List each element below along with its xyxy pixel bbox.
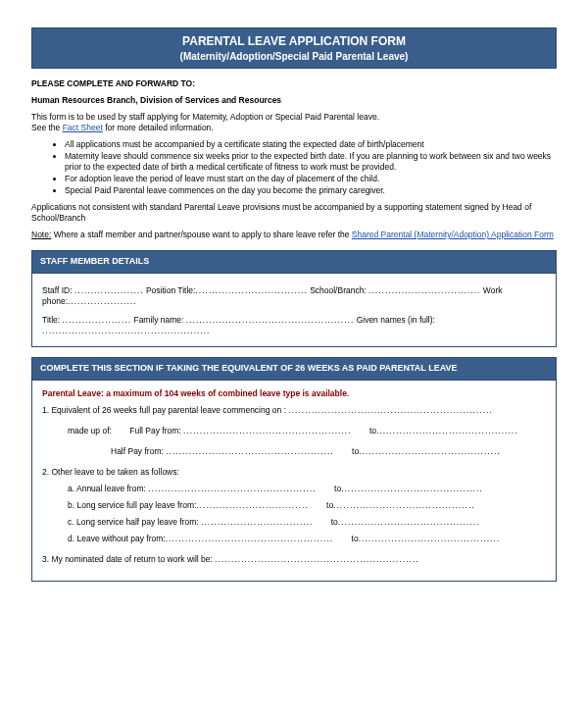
- staff-section-heading: STAFF MEMBER DETAILS: [31, 250, 557, 274]
- form-title: PARENTAL LEAVE APPLICATION FORM: [36, 34, 552, 50]
- leave-section-heading: COMPLETE THIS SECTION IF TAKING THE EQUI…: [31, 357, 557, 381]
- form-banner: PARENTAL LEAVE APPLICATION FORM (Materni…: [31, 27, 557, 69]
- lshalf-from-field[interactable]: ..................................: [201, 517, 313, 527]
- staff-row-2: Title: ..................... Family name…: [42, 315, 546, 336]
- lsfull-label: b. Long service full pay leave from:: [68, 500, 196, 510]
- family-field[interactable]: ........................................…: [186, 315, 354, 325]
- lwop-to-field[interactable]: ........................................…: [359, 534, 501, 543]
- fullpay-label: Full Pay from:: [129, 426, 183, 435]
- lshalf-label: c. Long service half pay leave from:: [68, 517, 201, 527]
- item1-halfpay-row: Half Pay from: .........................…: [42, 446, 546, 457]
- bullet-item: For adoption leave the period of leave m…: [65, 174, 557, 184]
- note-block: Note: Where a staff member and partner/s…: [31, 230, 557, 240]
- sub-b: b. Long service full pay leave from:....…: [68, 500, 546, 511]
- item1-commence-field[interactable]: ........................................…: [288, 405, 492, 415]
- usage-text: This form is to be used by staff applyin…: [31, 112, 557, 133]
- fullpay-to-field[interactable]: ........................................…: [376, 426, 518, 435]
- sub-a: a. Annual leave from: ..................…: [68, 484, 546, 494]
- staff-id-label: Staff ID:: [42, 285, 74, 295]
- halfpay-label: Half Pay from:: [111, 446, 166, 456]
- intro-bullets: All applications must be accompanied by …: [65, 139, 557, 196]
- leave-red-note: Parental Leave: a maximum of 104 weeks o…: [42, 388, 546, 399]
- form-subtitle: (Maternity/Adoption/Special Paid Parenta…: [36, 50, 552, 63]
- leave-box: Parental Leave: a maximum of 104 weeks o…: [31, 381, 557, 582]
- bullet-item: All applications must be accompanied by …: [65, 139, 557, 150]
- lsfull-to-field[interactable]: ........................................…: [333, 500, 475, 510]
- not-consistent-text: Applications not consistent with standar…: [31, 202, 557, 224]
- annual-label: a. Annual leave from:: [68, 484, 148, 493]
- item1-label: 1. Equivalent of 26 weeks full pay paren…: [42, 405, 288, 415]
- return-date-field[interactable]: ........................................…: [215, 554, 418, 564]
- to-label-c: to: [331, 517, 338, 527]
- annual-from-field[interactable]: ........................................…: [148, 484, 316, 493]
- staff-row-1: Staff ID: ..................... Position…: [42, 285, 546, 307]
- family-label: Family name:: [133, 315, 185, 325]
- leave-item-3: 3. My nominated date of return to work w…: [42, 554, 546, 565]
- school-label: School/Branch:: [310, 285, 368, 295]
- position-label: Position Title:: [146, 285, 196, 295]
- workphone-field[interactable]: .....................: [68, 296, 137, 306]
- title-field[interactable]: .....................: [62, 315, 131, 325]
- given-label: Given names (in full):: [357, 315, 435, 325]
- sub-d: d. Leave without pay from:..............…: [68, 534, 546, 544]
- bullet-item: Maternity leave should commence six week…: [65, 151, 557, 173]
- leave-list: 1. Equivalent of 26 weeks full pay paren…: [42, 405, 546, 565]
- madeup-label: made up of:: [68, 426, 112, 435]
- leave-item-1: 1. Equivalent of 26 weeks full pay paren…: [42, 405, 546, 457]
- usage-pre: This form is to be used by staff applyin…: [31, 112, 379, 122]
- given-field[interactable]: ........................................…: [42, 326, 210, 335]
- see-pre: See the: [31, 123, 63, 132]
- to-label-d: to: [352, 534, 359, 543]
- item2-label: 2. Other leave to be taken as follows:: [42, 467, 179, 477]
- lshalf-to-field[interactable]: ........................................…: [338, 517, 480, 527]
- item3-label: 3. My nominated date of return to work w…: [42, 554, 215, 564]
- note-text: Where a staff member and partner/spouse …: [51, 230, 351, 239]
- item1-madeup-row: made up of: Full Pay from: .............…: [42, 426, 546, 436]
- complete-to: Human Resources Branch, Division of Serv…: [31, 95, 557, 106]
- fact-sheet-link[interactable]: Fact Sheet: [63, 123, 103, 132]
- complete-heading: PLEASE COMPLETE AND FORWARD TO:: [31, 78, 557, 89]
- leave-item-2: 2. Other leave to be taken as follows: a…: [42, 467, 546, 544]
- lwop-label: d. Leave without pay from:: [68, 534, 166, 543]
- halfpay-to-field[interactable]: ........................................…: [359, 446, 501, 456]
- sub-c: c. Long service half pay leave from: ...…: [68, 517, 546, 528]
- lsfull-from-field[interactable]: ..................................: [196, 500, 308, 510]
- annual-to-field[interactable]: ........................................…: [341, 484, 483, 493]
- bullet-item: Special Paid Parental leave commences on…: [65, 185, 557, 196]
- title-label: Title:: [42, 315, 62, 325]
- see-post: for more detailed information.: [103, 123, 214, 132]
- school-field[interactable]: ..................................: [368, 285, 480, 295]
- staff-details-box: Staff ID: ..................... Position…: [31, 274, 557, 347]
- shared-parental-link[interactable]: Shared Parental (Maternity/Adoption) App…: [352, 230, 554, 239]
- staff-id-field[interactable]: .....................: [74, 285, 144, 295]
- to-label-1: to: [369, 426, 376, 435]
- lwop-from-field[interactable]: ........................................…: [166, 534, 333, 543]
- note-label: Note:: [31, 230, 51, 239]
- position-field[interactable]: ..................................: [195, 285, 307, 295]
- other-leave-sublist: a. Annual leave from: ..................…: [42, 484, 546, 544]
- halfpay-from-field[interactable]: ........................................…: [166, 446, 333, 456]
- fullpay-from-field[interactable]: ........................................…: [183, 426, 351, 435]
